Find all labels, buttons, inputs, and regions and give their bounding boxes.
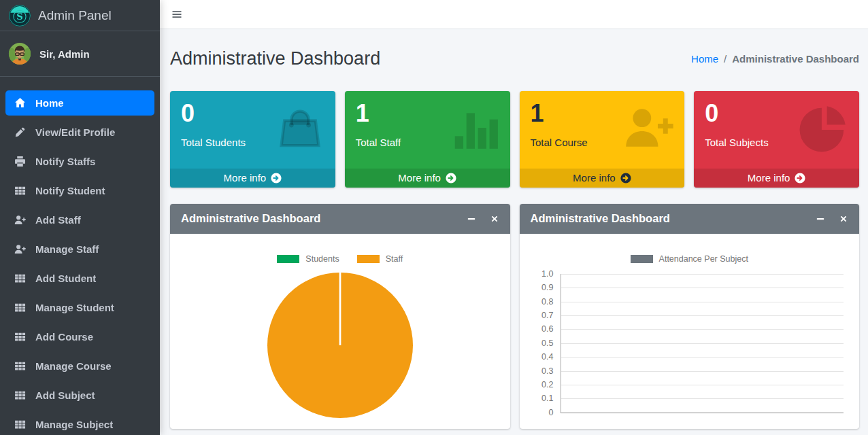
close-icon[interactable] xyxy=(839,214,848,224)
card-header: Administrative Dashboard xyxy=(520,204,860,234)
breadcrumb: Home / Administrative Dashboard xyxy=(691,53,859,65)
pie-chart-card: Administrative Dashboard StudentsStaff xyxy=(170,204,510,429)
sidebar-item-label: Notify Student xyxy=(35,185,105,196)
more-info-link[interactable]: More info xyxy=(345,169,510,188)
avatar[interactable] xyxy=(8,42,31,65)
legend-swatch xyxy=(631,255,653,263)
more-info-label: More info xyxy=(224,172,267,184)
legend-swatch xyxy=(357,255,380,263)
arrow-circle-right-icon xyxy=(271,173,282,184)
info-boxes-row: 0 Total Students More info 1 Total Staff… xyxy=(160,91,868,188)
bar-chart: 1.00.90.80.70.60.50.40.30.20.10 xyxy=(527,269,844,415)
card-header: Administrative Dashboard xyxy=(170,204,510,234)
bar-chart-icon xyxy=(450,103,500,153)
card-body: StudentsStaff xyxy=(170,234,510,429)
user-name: Sir, Admin xyxy=(39,48,90,60)
gridline xyxy=(561,357,844,358)
table-icon xyxy=(12,302,29,313)
y-axis-tick-label: 0.1 xyxy=(527,394,554,403)
table-icon xyxy=(12,419,29,430)
arrow-circle-right-icon xyxy=(446,173,456,184)
sidebar-item-manage-staff[interactable]: Manage Staff xyxy=(5,237,154,262)
pencil-icon xyxy=(12,126,29,138)
sidebar-item-view-edit-profile[interactable]: View/Edit Profile xyxy=(5,120,154,145)
y-axis-tick-label: 1.0 xyxy=(527,269,554,279)
sidebar-item-add-student[interactable]: Add Student xyxy=(5,266,154,291)
more-info-link[interactable]: More info xyxy=(694,169,859,188)
more-info-label: More info xyxy=(398,172,441,184)
sidebar-item-add-staff[interactable]: Add Staff xyxy=(5,207,154,232)
pie-chart-icon xyxy=(799,103,849,153)
sidebar-nav: Home View/Edit Profile Notify Staffs Not… xyxy=(0,77,160,435)
table-icon xyxy=(12,331,29,343)
brand[interactable]: S Admin Panel xyxy=(0,0,160,31)
bar-chart-card: Administrative Dashboard Attendance Per … xyxy=(520,204,860,429)
y-axis-tick-label: 0.4 xyxy=(527,352,554,362)
home-icon xyxy=(12,97,29,109)
y-axis-tick-label: 0.7 xyxy=(527,311,554,320)
menu-toggle-button[interactable] xyxy=(171,9,182,20)
user-plus-icon xyxy=(12,243,29,255)
main-area: Administrative Dashboard Home / Administ… xyxy=(160,0,868,429)
card-body: Attendance Per Subject 1.00.90.80.70.60.… xyxy=(520,234,860,429)
more-info-label: More info xyxy=(748,172,790,184)
info-box-total-students: 0 Total Students More info xyxy=(170,91,335,188)
table-icon xyxy=(12,389,29,401)
y-axis-tick-label: 0.8 xyxy=(527,297,554,307)
info-box-total-staff: 1 Total Staff More info xyxy=(345,91,510,188)
x-axis-line xyxy=(561,413,844,413)
gridline xyxy=(561,398,844,399)
user-plus-icon xyxy=(12,214,29,226)
legend-item: Attendance Per Subject xyxy=(631,254,748,264)
breadcrumb-home-link[interactable]: Home xyxy=(691,53,718,65)
print-icon xyxy=(12,156,29,167)
sidebar-item-home[interactable]: Home xyxy=(5,90,154,116)
gridline xyxy=(561,302,844,302)
more-info-link[interactable]: More info xyxy=(520,169,685,188)
page-title: Administrative Dashboard xyxy=(170,46,380,72)
legend-label: Students xyxy=(305,254,339,264)
y-axis-tick-label: 0 xyxy=(527,408,554,417)
sidebar-item-add-subject[interactable]: Add Subject xyxy=(5,383,154,408)
sidebar-item-label: Manage Subject xyxy=(35,419,113,430)
gridline xyxy=(561,343,844,344)
gridline xyxy=(561,329,844,330)
sidebar-item-add-course[interactable]: Add Course xyxy=(5,324,154,349)
sidebar-item-label: Manage Course xyxy=(35,360,112,372)
sidebar-item-manage-subject[interactable]: Manage Subject xyxy=(5,412,154,435)
arrow-circle-right-icon xyxy=(795,173,805,184)
app-logo-icon: S xyxy=(8,4,31,27)
arrow-circle-right-icon xyxy=(620,173,631,184)
sidebar-item-notify-student[interactable]: Notify Student xyxy=(5,178,154,203)
sidebar-item-label: Home xyxy=(35,97,64,109)
gridline xyxy=(561,315,844,316)
sidebar-item-label: Add Staff xyxy=(35,214,81,226)
close-icon[interactable] xyxy=(490,214,499,224)
more-info-link[interactable]: More info xyxy=(170,169,335,188)
gridline xyxy=(561,385,844,385)
legend-item: Students xyxy=(277,254,339,264)
sidebar-item-label: Manage Staff xyxy=(35,243,99,255)
info-box-total-subjects: 0 Total Subjects More info xyxy=(694,91,859,188)
sidebar-item-label: Add Student xyxy=(35,273,96,284)
gridline xyxy=(561,274,844,275)
card-title: Administrative Dashboard xyxy=(531,212,670,225)
sidebar-item-label: View/Edit Profile xyxy=(35,126,115,138)
breadcrumb-current: Administrative Dashboard xyxy=(732,53,859,65)
legend-label: Attendance Per Subject xyxy=(659,254,748,264)
sidebar-item-label: Add Subject xyxy=(35,389,95,401)
content-header: Administrative Dashboard Home / Administ… xyxy=(160,29,868,91)
card-tools xyxy=(816,214,848,224)
brand-title: Admin Panel xyxy=(38,8,112,23)
user-panel: Sir, Admin xyxy=(0,31,160,77)
table-icon xyxy=(12,360,29,372)
sidebar-item-notify-staffs[interactable]: Notify Staffs xyxy=(5,149,154,174)
panels-row: Administrative Dashboard StudentsStaff A… xyxy=(160,188,868,429)
card-tools xyxy=(467,214,499,224)
sidebar-item-manage-student[interactable]: Manage Student xyxy=(5,295,154,320)
minimize-icon[interactable] xyxy=(467,214,476,224)
sidebar-item-manage-course[interactable]: Manage Course xyxy=(5,353,154,379)
table-icon xyxy=(12,185,29,196)
minimize-icon[interactable] xyxy=(816,214,825,224)
card-title: Administrative Dashboard xyxy=(181,212,320,225)
